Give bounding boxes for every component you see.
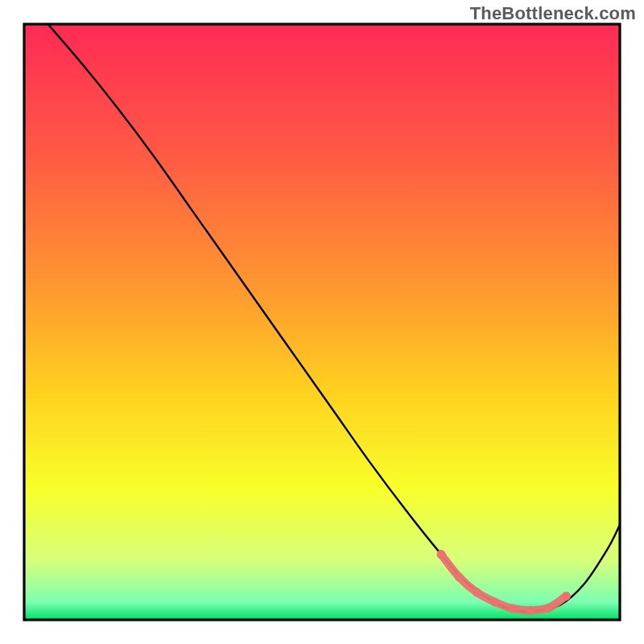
bottleneck-chart	[0, 0, 644, 644]
highlight-dot	[437, 550, 446, 559]
highlight-dot	[455, 572, 464, 581]
highlight-dot	[544, 604, 553, 613]
chart-stage: TheBottleneck.com	[0, 0, 644, 644]
highlight-dot	[508, 604, 517, 613]
chart-background-gradient	[24, 24, 620, 620]
highlight-dot	[526, 606, 535, 615]
highlight-dot	[473, 588, 481, 597]
watermark-text: TheBottleneck.com	[470, 3, 636, 24]
highlight-dot	[562, 592, 571, 601]
highlight-dot	[490, 597, 499, 606]
